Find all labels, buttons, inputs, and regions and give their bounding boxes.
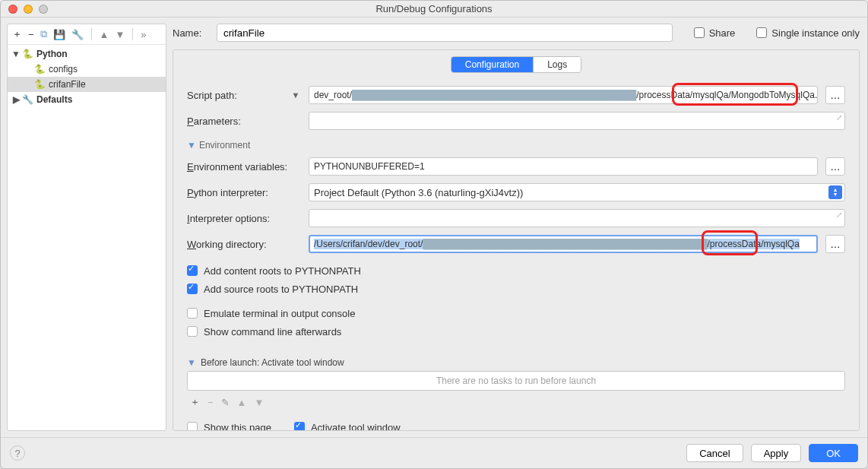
tree-label: Defaults [36, 94, 72, 105]
footer: ? Cancel Apply OK [1, 437, 867, 468]
copy-icon[interactable]: ⧉ [40, 28, 47, 40]
parameters-row: Parameters: ⤢ [187, 108, 845, 134]
browse-button[interactable]: … [825, 86, 845, 104]
ok-button[interactable]: OK [809, 444, 858, 462]
separator [132, 28, 133, 40]
tabs: Configuration Logs [173, 50, 859, 82]
cancel-button[interactable]: Cancel [686, 444, 743, 462]
interpreter-options-input[interactable] [309, 209, 845, 227]
checkbox-checked-icon[interactable] [187, 284, 198, 294]
disclosure-open-icon: ▼ [187, 140, 196, 151]
browse-button[interactable]: … [825, 157, 845, 176]
name-row: Name: Share Single instance only [173, 24, 860, 42]
script-path-row: Script path: ▼ dev_root/ ███████████████… [187, 82, 845, 108]
emulate-terminal-checkbox[interactable]: Emulate terminal in output console [187, 304, 845, 322]
tree-label: crifanFile [49, 79, 86, 90]
environment-label: Environment [199, 140, 250, 151]
save-icon[interactable]: 💾 [53, 29, 65, 40]
remove-icon[interactable]: − [28, 29, 34, 40]
checkbox-icon[interactable] [187, 422, 198, 431]
tree-node-configs[interactable]: 🐍 configs [8, 62, 166, 77]
config-tree[interactable]: ▼ 🐍 Python 🐍 configs 🐍 crifanFile ▶ 🔧 De… [8, 45, 166, 430]
parameters-input[interactable] [309, 112, 845, 130]
disclosure-closed-icon[interactable]: ▶ [11, 94, 21, 105]
titlebar: Run/Debug Configurations [1, 1, 867, 17]
wrench-icon[interactable]: 🔧 [71, 29, 84, 40]
python-icon: 🐍 [21, 48, 33, 60]
checkbox-icon[interactable] [187, 326, 198, 337]
interpreter-options-label: Interpreter options: [187, 213, 301, 224]
share-checkbox[interactable]: Share [694, 27, 736, 39]
single-instance-checkbox[interactable]: Single instance only [756, 27, 860, 39]
sidebar-toolbar: ＋ − ⧉ 💾 🔧 ▲ ▼ » [8, 24, 166, 45]
activate-tool-window-checkbox[interactable]: Activate tool window [294, 418, 401, 431]
disclosure-open-icon: ▼ [187, 357, 196, 368]
tree-node-python[interactable]: ▼ 🐍 Python [8, 46, 166, 62]
select-value: Project Default (Python 3.6 (naturling-g… [314, 187, 523, 198]
python-interpreter-label: Python interpreter: [187, 187, 301, 198]
tab-configuration[interactable]: Configuration [451, 57, 533, 72]
before-launch-tasks: There are no tasks to run before launch [187, 371, 845, 391]
move-up-icon[interactable]: ▲ [100, 29, 109, 40]
working-directory-row: Working directory: /Users/crifan/dev/dev… [187, 231, 845, 257]
environment-section-header[interactable]: ▼ Environment [187, 134, 845, 154]
tree-label: Python [36, 49, 68, 59]
show-this-page-checkbox[interactable]: Show this page [187, 418, 271, 431]
edit-icon: ✎ [221, 397, 230, 408]
add-content-roots-checkbox[interactable]: Add content roots to PYTHONPATH [187, 261, 845, 280]
move-down-icon[interactable]: ▼ [115, 29, 125, 40]
redacted-segment: ████████████████████████████████████████… [423, 239, 707, 249]
tree-node-defaults[interactable]: ▶ 🔧 Defaults [8, 92, 166, 107]
env-vars-row: Environment variables: PYTHONUNBUFFERED=… [187, 154, 845, 179]
disclosure-open-icon[interactable]: ▼ [11, 49, 21, 59]
select-arrows-icon: ▲▼ [828, 185, 842, 199]
checkbox-checked-icon[interactable] [294, 422, 305, 431]
python-interpreter-row: Python interpreter: Project Default (Pyt… [187, 179, 845, 205]
interpreter-options-row: Interpreter options: ⤢ [187, 205, 845, 231]
python-icon: 🐍 [33, 78, 46, 90]
expand-icon[interactable]: » [141, 29, 146, 40]
expand-icon[interactable]: ⤢ [836, 211, 842, 219]
script-path-input[interactable]: dev_root/ ██████████████████████████████… [309, 86, 818, 104]
add-source-roots-checkbox[interactable]: Add source roots to PYTHONPATH [187, 280, 845, 298]
env-vars-input[interactable]: PYTHONUNBUFFERED=1 [309, 157, 818, 176]
help-icon[interactable]: ? [10, 445, 25, 461]
redacted-segment: ████████████████████████████████████████… [352, 90, 636, 100]
expand-icon[interactable]: ⤢ [836, 113, 842, 122]
before-launch-toolbar: ＋ − ✎ ▲ ▼ [187, 391, 845, 414]
add-icon[interactable]: ＋ [12, 27, 22, 41]
run-debug-config-window: Run/Debug Configurations ＋ − ⧉ 💾 🔧 ▲ ▼ »… [0, 0, 868, 469]
checkbox-icon[interactable] [187, 308, 198, 318]
remove-icon: − [207, 397, 214, 408]
apply-button[interactable]: Apply [751, 444, 802, 462]
move-up-icon: ▲ [237, 397, 247, 408]
script-path-label: Script path: ▼ [187, 90, 301, 101]
working-directory-input[interactable]: /Users/crifan/dev/dev_root/ ████████████… [309, 235, 818, 253]
working-directory-label: Working directory: [187, 239, 301, 250]
env-vars-label: Environment variables: [187, 161, 301, 173]
share-label: Share [709, 27, 736, 39]
before-launch-section: ▼ Before launch: Activate tool window Th… [187, 357, 845, 431]
separator [91, 28, 92, 40]
browse-button[interactable]: … [825, 235, 845, 253]
tab-logs[interactable]: Logs [533, 57, 581, 72]
single-instance-label: Single instance only [771, 27, 860, 39]
tree-label: configs [49, 64, 78, 74]
chevron-down-icon[interactable]: ▼ [290, 90, 301, 100]
configurations-sidebar: ＋ − ⧉ 💾 🔧 ▲ ▼ » ▼ 🐍 Python 🐍 co [7, 24, 166, 431]
checkbox-icon[interactable] [694, 27, 705, 38]
checkbox-checked-icon[interactable] [187, 265, 198, 276]
config-panel: Configuration Logs Script path: ▼ dev_ [173, 49, 860, 431]
python-interpreter-select[interactable]: Project Default (Python 3.6 (naturling-g… [309, 183, 845, 201]
move-down-icon: ▼ [254, 397, 264, 408]
add-icon[interactable]: ＋ [190, 395, 200, 409]
tree-node-crifanfile[interactable]: 🐍 crifanFile [8, 77, 166, 92]
checkbox-icon[interactable] [756, 27, 767, 38]
parameters-label: Parameters: [187, 116, 301, 127]
name-input[interactable] [217, 24, 673, 42]
main-panel: Name: Share Single instance only Configu… [166, 17, 867, 437]
form-area: Script path: ▼ dev_root/ ███████████████… [173, 82, 859, 431]
show-cmdline-checkbox[interactable]: Show command line afterwards [187, 322, 845, 341]
python-icon: 🐍 [33, 63, 46, 75]
before-launch-header[interactable]: ▼ Before launch: Activate tool window [187, 357, 845, 371]
